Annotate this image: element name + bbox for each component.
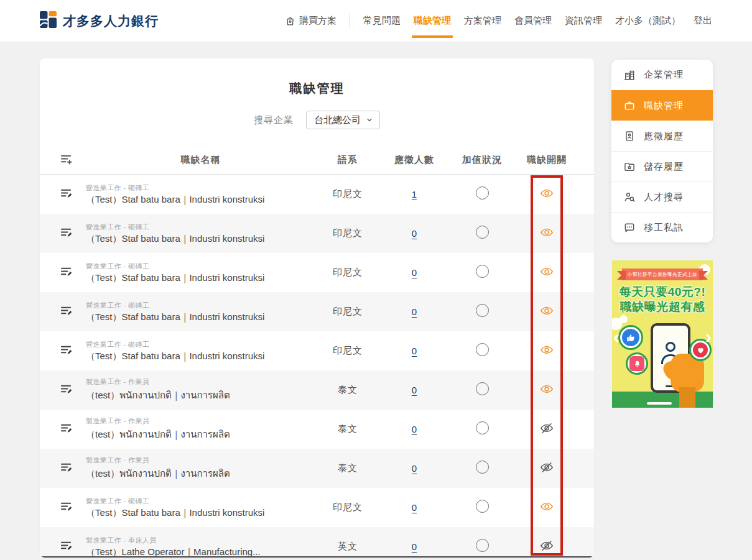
edit-job-icon[interactable]: [60, 539, 73, 552]
nav-label: 會員管理: [514, 15, 552, 27]
edit-job-icon[interactable]: [60, 343, 73, 356]
menu-item-applied-resumes[interactable]: 應徵履歷: [611, 121, 713, 151]
edit-job-icon[interactable]: [60, 304, 73, 317]
job-title[interactable]: （Test）Staf batu bara｜Industri konstruksi: [86, 272, 309, 284]
visibility-toggle-button[interactable]: [540, 265, 554, 280]
addon-status-toggle[interactable]: [476, 382, 489, 395]
job-language: 泰文: [315, 423, 380, 435]
applicant-count-link[interactable]: 0: [412, 228, 417, 239]
eye-off-icon: [540, 539, 554, 554]
addon-status-toggle[interactable]: [476, 500, 489, 513]
nav-item-member-management[interactable]: 會員管理: [514, 0, 552, 42]
ad-banner[interactable]: 小幫社群平台廣告曝光正式上線 每天只要40元?! 職缺曝光超有感 ♥ ‹ ›: [612, 260, 713, 408]
job-title[interactable]: （test）พนักงานปกติ｜งานการผลิต: [86, 427, 309, 442]
visibility-toggle-button[interactable]: [540, 382, 554, 398]
job-category: 營造業工作 - 砌磚工: [86, 262, 309, 271]
nav-label: 購買方案: [299, 15, 337, 27]
menu-item-job-management[interactable]: 職缺管理: [611, 90, 713, 121]
edit-job-icon[interactable]: [60, 382, 73, 395]
applicant-count-link[interactable]: 0: [412, 463, 417, 474]
briefcase-icon: [623, 99, 636, 112]
job-title[interactable]: （test）พนักงานปกติ｜งานการผลิต: [86, 388, 309, 403]
applicant-count-link[interactable]: 0: [412, 346, 417, 356]
carousel-prev-icon[interactable]: ‹: [613, 328, 620, 346]
addon-status-toggle[interactable]: [476, 304, 489, 317]
addon-status-toggle[interactable]: [476, 186, 489, 200]
edit-job-icon[interactable]: [60, 186, 73, 200]
nav-item-faq[interactable]: 常見問題: [363, 0, 401, 42]
nav-item-job-management[interactable]: 職缺管理: [414, 0, 451, 42]
job-title[interactable]: （Test）Staf batu bara｜Industri konstruksi: [86, 507, 309, 519]
job-title[interactable]: （Test）Staf batu bara｜Industri konstruksi: [86, 311, 309, 323]
menu-item-company-management[interactable]: 企業管理: [611, 60, 713, 90]
visibility-toggle-button[interactable]: [540, 421, 554, 437]
applicant-count-link[interactable]: 0: [412, 385, 417, 395]
table-row: 製造業工作 - 作業員 （test）พนักงานปกติ｜งานการผลิต…: [40, 449, 594, 488]
applicant-count-link[interactable]: 0: [412, 306, 417, 317]
col-header-language: 語系: [315, 154, 380, 166]
resume-icon: [623, 130, 636, 142]
nav-item-info-management[interactable]: 資訊管理: [565, 0, 602, 42]
applicant-count-link[interactable]: 0: [412, 502, 417, 513]
table-row: 製造業工作 - 作業員 （test）พนักงานปกติ｜งานการผลิต…: [40, 370, 594, 410]
table-row: 營造業工作 - 砌磚工 （Test）Staf batu bara｜Industr…: [40, 214, 594, 253]
job-language: 泰文: [315, 462, 380, 474]
visibility-toggle-button[interactable]: [540, 343, 554, 359]
shopping-bag-icon: [285, 16, 295, 26]
job-title[interactable]: （Test）Staf batu bara｜Industri konstruksi: [86, 233, 309, 245]
header-nav: 購買方案常見問題職缺管理方案管理會員管理資訊管理才小多（測試）登出: [285, 0, 712, 42]
addon-status-toggle[interactable]: [476, 539, 489, 552]
nav-label: 登出: [694, 15, 712, 27]
nav-label: 資訊管理: [565, 15, 602, 27]
job-title[interactable]: （Test）Staf batu bara｜Industri konstruksi: [86, 351, 309, 362]
job-language: 印尼文: [315, 502, 380, 513]
menu-item-worker-messages[interactable]: 移工私訊: [611, 212, 713, 242]
brand-logo[interactable]: 才多多人力銀行: [40, 11, 159, 30]
carousel-next-icon[interactable]: ›: [705, 328, 712, 346]
job-management-card: 職缺管理 搜尋企業 台北總公司 職缺名稱 語系 應徵人數 加值狀況 職缺開關: [40, 58, 594, 558]
applicant-count-link[interactable]: 0: [412, 267, 417, 278]
nav-item-logout[interactable]: 登出: [694, 0, 712, 42]
applicant-count-link[interactable]: 1: [412, 189, 417, 200]
addon-status-toggle[interactable]: [476, 461, 489, 474]
table-row: 營造業工作 - 砌磚工 （Test）Staf batu bara｜Industr…: [40, 253, 594, 292]
company-search-row: 搜尋企業 台北總公司: [40, 111, 594, 129]
menu-item-saved-resumes[interactable]: 儲存履歷: [611, 151, 713, 181]
job-title[interactable]: （test）พนักงานปกติ｜งานการผลิต: [86, 466, 309, 481]
menu-item-talent-search[interactable]: 人才搜尋: [611, 181, 713, 212]
notification-bubble: [626, 352, 648, 375]
visibility-toggle-button[interactable]: [540, 304, 554, 319]
nav-item-account[interactable]: 才小多（測試）: [615, 0, 680, 42]
brand-name: 才多多人力銀行: [63, 12, 159, 30]
addon-status-toggle[interactable]: [476, 226, 489, 239]
edit-job-icon[interactable]: [60, 226, 73, 239]
eye-icon: [540, 265, 554, 280]
addon-status-toggle[interactable]: [476, 265, 489, 278]
addon-status-toggle[interactable]: [476, 421, 489, 434]
nav-label: 常見問題: [363, 15, 401, 27]
job-language: 印尼文: [315, 345, 380, 357]
building-icon: [623, 69, 636, 81]
visibility-toggle-button[interactable]: [540, 461, 554, 476]
applicant-count-link[interactable]: 0: [412, 424, 417, 434]
menu-label: 職缺管理: [644, 100, 684, 112]
ad-headline-line1: 每天只要40元?!: [612, 285, 713, 300]
visibility-toggle-button[interactable]: [540, 500, 554, 515]
nav-item-plan-management[interactable]: 方案管理: [464, 0, 501, 42]
visibility-toggle-button[interactable]: [540, 539, 554, 554]
edit-job-icon[interactable]: [60, 500, 73, 513]
job-title[interactable]: （Test）Staf batu bara｜Industri konstruksi: [86, 194, 309, 206]
table-row: 營造業工作 - 砌磚工 （Test）Staf batu bara｜Industr…: [40, 175, 594, 214]
visibility-toggle-button[interactable]: [540, 226, 554, 241]
applicant-count-link[interactable]: 0: [412, 541, 417, 552]
edit-job-icon[interactable]: [60, 265, 73, 278]
visibility-toggle-button[interactable]: [540, 186, 554, 202]
nav-item-buy-plan[interactable]: 購買方案: [285, 0, 337, 42]
add-job-icon[interactable]: [60, 152, 73, 165]
company-select[interactable]: 台北總公司: [306, 111, 380, 129]
edit-job-icon[interactable]: [60, 461, 73, 474]
addon-status-toggle[interactable]: [476, 343, 489, 356]
page-title: 職缺管理: [40, 80, 594, 97]
table-row: 製造業工作 - 車床人員 （Test）Lathe Operator｜Manufa…: [40, 527, 594, 558]
edit-job-icon[interactable]: [60, 421, 73, 434]
